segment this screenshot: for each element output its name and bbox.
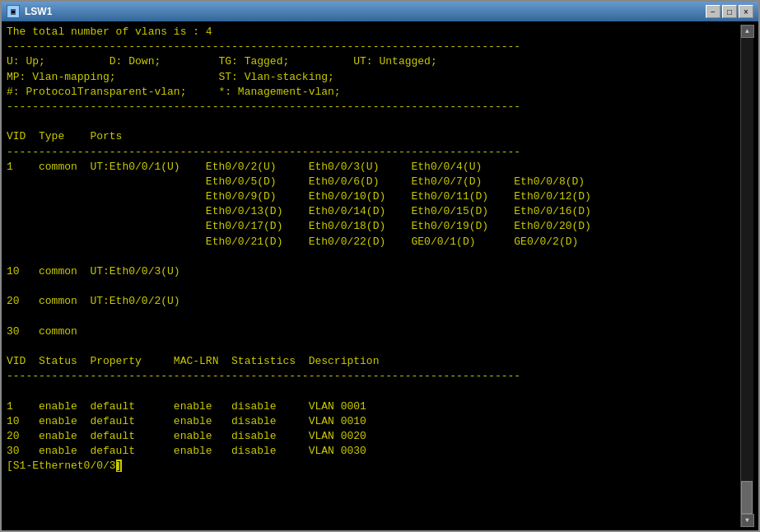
scroll-track: [741, 38, 753, 514]
terminal-content[interactable]: The total number of vlans is : 4 -------…: [7, 25, 740, 527]
close-button[interactable]: ×: [739, 5, 753, 18]
scroll-down-button[interactable]: ▼: [741, 514, 754, 527]
minimize-button[interactable]: −: [706, 5, 720, 18]
scroll-thumb[interactable]: [741, 481, 753, 514]
title-bar-left: ▣ LSW1: [7, 5, 52, 18]
scrollbar[interactable]: ▲ ▼: [740, 25, 753, 527]
title-buttons: − □ ×: [706, 5, 753, 18]
scroll-up-button[interactable]: ▲: [741, 25, 754, 38]
main-window: ▣ LSW1 − □ × The total number of vlans i…: [0, 0, 760, 532]
terminal-area: The total number of vlans is : 4 -------…: [2, 21, 758, 530]
window-title: LSW1: [25, 6, 52, 17]
window-icon: ▣: [7, 5, 20, 18]
title-bar: ▣ LSW1 − □ ×: [2, 2, 758, 21]
maximize-button[interactable]: □: [722, 5, 737, 18]
